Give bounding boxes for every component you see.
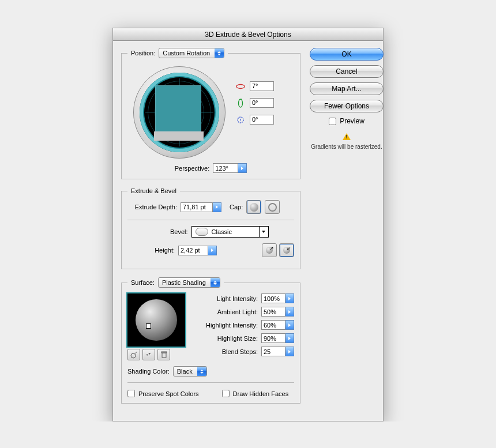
draw-hidden-faces-checkbox[interactable]: Draw Hidden Faces bbox=[222, 390, 289, 397]
svg-rect-5 bbox=[162, 353, 166, 357]
combo-arrows-icon bbox=[215, 48, 224, 58]
preserve-spot-checkbox[interactable]: Preserve Spot Colors bbox=[127, 390, 199, 397]
preserve-spot-label: Preserve Spot Colors bbox=[138, 390, 199, 397]
extrude-depth-input[interactable] bbox=[181, 202, 213, 212]
rotate-y-icon bbox=[236, 99, 245, 108]
highlight-intensity-stepper[interactable] bbox=[285, 320, 294, 330]
new-light-icon: ▫⁺ bbox=[146, 352, 151, 357]
cap-hollow-button[interactable] bbox=[265, 200, 280, 214]
shading-color-label: Shading Color: bbox=[127, 368, 170, 375]
bevel-height-label: Height: bbox=[140, 247, 175, 254]
bevel-combo[interactable]: Classic bbox=[191, 226, 269, 238]
shading-color-combo[interactable]: Black bbox=[173, 366, 207, 377]
rotation-preset-combo[interactable]: Custom Rotation bbox=[159, 48, 224, 58]
dialog-3d-extrude-bevel: 3D Extrude & Bevel Options Position: Cus… bbox=[112, 28, 384, 421]
perspective-label: Perspective: bbox=[175, 165, 210, 172]
svg-point-3 bbox=[240, 119, 241, 121]
rotate-y-input[interactable]: 0° bbox=[250, 98, 274, 108]
bevel-extent-in-button[interactable]: ↙ bbox=[279, 243, 294, 257]
rotate-z-icon bbox=[236, 115, 245, 125]
position-label: Position: bbox=[131, 50, 155, 57]
bevel-extent-out-button[interactable]: ↗ bbox=[262, 243, 277, 257]
draw-hidden-faces-label: Draw Hidden Faces bbox=[233, 390, 289, 397]
highlight-size-stepper[interactable] bbox=[285, 333, 294, 343]
light-handle[interactable] bbox=[146, 323, 151, 329]
svg-point-1 bbox=[239, 99, 243, 107]
bevel-out-icon: ↗ bbox=[265, 246, 274, 255]
preview-checkbox[interactable]: Preview bbox=[310, 117, 384, 125]
map-art-button[interactable]: Map Art... bbox=[310, 82, 384, 95]
cap-label: Cap: bbox=[230, 204, 243, 210]
surface-shading-value: Plastic Shading bbox=[159, 278, 211, 287]
bevel-height-input[interactable] bbox=[178, 246, 208, 255]
fewer-options-button[interactable]: Fewer Options bbox=[310, 100, 384, 112]
rotation-trackball[interactable] bbox=[133, 66, 226, 159]
blend-steps-input[interactable] bbox=[261, 347, 285, 356]
trash-icon bbox=[161, 351, 167, 359]
new-light-button[interactable]: ▫⁺ bbox=[142, 349, 155, 360]
extrude-bevel-group: Extrude & Bevel Extrude Depth: Cap: bbox=[121, 187, 300, 269]
cancel-button[interactable]: Cancel bbox=[310, 65, 384, 78]
extrude-depth-stepper[interactable] bbox=[213, 202, 221, 212]
light-intensity-label: Light Intensity: bbox=[193, 295, 258, 302]
move-light-back-button[interactable] bbox=[127, 349, 140, 360]
extrude-bevel-label: Extrude & Bevel bbox=[131, 187, 176, 194]
titlebar: 3D Extrude & Bevel Options bbox=[113, 28, 383, 41]
bevel-value: Classic bbox=[212, 228, 232, 235]
combo-arrows-icon bbox=[197, 367, 206, 376]
extrude-depth-label: Extrude Depth: bbox=[127, 204, 177, 210]
bevel-in-icon: ↙ bbox=[282, 246, 291, 255]
surface-label: Surface: bbox=[131, 279, 155, 286]
sphere-icon bbox=[136, 299, 177, 341]
cap-hollow-icon bbox=[268, 203, 277, 212]
highlight-size-label: Highlight Size: bbox=[193, 335, 258, 342]
blend-steps-label: Blend Steps: bbox=[193, 348, 258, 355]
warning-text: Gradients will be rasterized. bbox=[311, 144, 382, 150]
cap-solid-button[interactable] bbox=[246, 200, 261, 214]
bevel-label: Bevel: bbox=[153, 228, 188, 235]
position-group: Position: Custom Rotation bbox=[121, 48, 300, 179]
light-back-icon bbox=[130, 351, 138, 359]
surface-group: Surface: Plastic Shading bbox=[121, 277, 300, 404]
highlight-intensity-input[interactable] bbox=[261, 320, 285, 330]
blend-steps-stepper[interactable] bbox=[285, 347, 294, 356]
light-intensity-input[interactable] bbox=[261, 293, 285, 303]
svg-point-4 bbox=[131, 353, 136, 358]
rotate-x-icon bbox=[236, 82, 245, 91]
svg-rect-6 bbox=[161, 352, 167, 353]
light-intensity-stepper[interactable] bbox=[285, 293, 294, 303]
surface-shading-combo[interactable]: Plastic Shading bbox=[158, 277, 220, 288]
perspective-input[interactable] bbox=[213, 163, 238, 173]
preview-label: Preview bbox=[340, 117, 365, 125]
ambient-light-stepper[interactable] bbox=[285, 307, 294, 317]
cap-solid-icon bbox=[250, 203, 258, 212]
rotate-z-input[interactable]: 0° bbox=[250, 115, 274, 125]
highlight-intensity-label: Highlight Intensity: bbox=[193, 322, 258, 329]
dropdown-arrow-icon bbox=[259, 227, 268, 237]
lighting-sphere[interactable] bbox=[127, 293, 185, 347]
rotate-x-input[interactable]: 7° bbox=[250, 81, 274, 91]
ok-button[interactable]: OK bbox=[310, 48, 384, 61]
cube-preview-icon bbox=[155, 85, 204, 140]
window-title: 3D Extrude & Bevel Options bbox=[205, 31, 291, 39]
bevel-swatch-icon bbox=[196, 228, 208, 236]
delete-light-button[interactable] bbox=[157, 349, 170, 360]
combo-arrows-icon bbox=[211, 278, 220, 287]
rotation-preset-value: Custom Rotation bbox=[159, 48, 215, 58]
shading-color-value: Black bbox=[174, 367, 197, 376]
bevel-height-stepper[interactable] bbox=[208, 246, 217, 255]
perspective-stepper[interactable] bbox=[238, 163, 247, 173]
svg-point-0 bbox=[236, 84, 245, 88]
highlight-size-input[interactable] bbox=[261, 333, 285, 343]
ambient-light-input[interactable] bbox=[261, 307, 285, 317]
ambient-light-label: Ambient Light: bbox=[193, 308, 258, 315]
warning-icon bbox=[343, 133, 351, 140]
